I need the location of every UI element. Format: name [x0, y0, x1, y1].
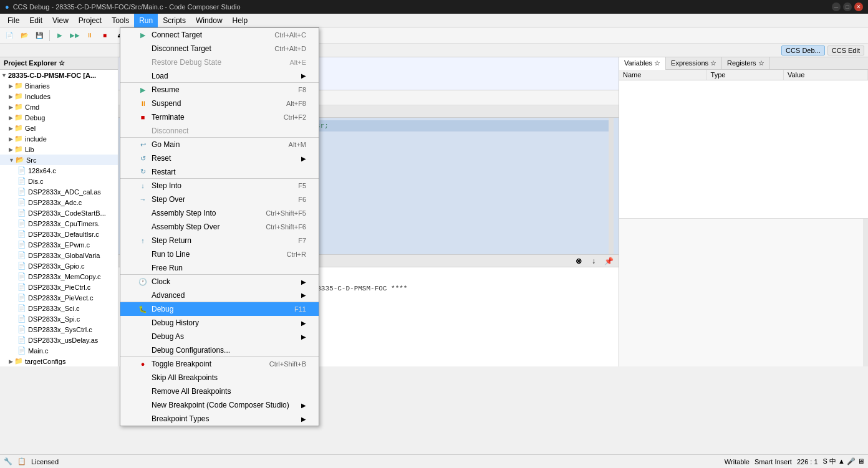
- tree-usdelay[interactable]: 📄 DSP2833x_usDelay.as: [0, 335, 118, 345]
- minimize-button[interactable]: ─: [832, 2, 841, 11]
- menu-asm-step-into[interactable]: Assembly Step Into Ctrl+Shift+F5: [120, 206, 319, 220]
- menu-debug-config[interactable]: Debug Configurations...: [120, 343, 319, 357]
- go-main-icon: ↩: [138, 140, 148, 150]
- menu-free-run[interactable]: Free Run: [120, 261, 319, 275]
- menu-advanced[interactable]: Advanced ▶: [120, 289, 319, 302]
- menu-help[interactable]: Help: [228, 14, 253, 27]
- tree-gpio[interactable]: 📄 DSP2833x_Gpio.c: [0, 260, 118, 271]
- menu-debug[interactable]: 🐛 Debug F11: [120, 302, 319, 316]
- menu-skip-breakpoints[interactable]: Skip All Breakpoints: [120, 371, 319, 384]
- tree-sci[interactable]: 📄 DSP2833x_Sci.c: [0, 303, 118, 313]
- tree-sysctrl[interactable]: 📄 DSP2833x_SysCtrl.c: [0, 324, 118, 335]
- file-gpio-icon: 📄: [17, 262, 26, 270]
- menu-asm-step-over[interactable]: Assembly Step Over Ctrl+Shift+F6: [120, 220, 319, 234]
- console-scroll-btn[interactable]: ↓: [587, 255, 600, 267]
- tree-gel[interactable]: ▶ 📁 Gel: [0, 123, 118, 133]
- bp-types-inner: Breakpoint Types: [138, 414, 210, 424]
- maximize-button[interactable]: □: [843, 2, 852, 11]
- tree-piectrl[interactable]: 📄 DSP2833x_PieCtrl.c: [0, 282, 118, 292]
- menu-tools[interactable]: Tools: [107, 14, 134, 27]
- tree-targetconfigs[interactable]: ▶ 📁 targetConfigs: [0, 356, 118, 366]
- tree-include-label: include: [25, 135, 47, 143]
- tree-pievect[interactable]: 📄 DSP2833x_PieVect.c: [0, 292, 118, 303]
- targetconfigs-icon: 📁: [14, 357, 23, 365]
- tree-includes[interactable]: ▶ 📁 Includes: [0, 91, 118, 102]
- menu-restart[interactable]: ↻ Restart: [120, 165, 319, 179]
- tree-cputimers[interactable]: 📄 DSP2833x_CpuTimers.: [0, 218, 118, 229]
- perspective-ccs-debug[interactable]: CCS Deb...: [781, 45, 825, 55]
- toolbar-resume[interactable]: ▶▶: [68, 29, 82, 42]
- menu-clock[interactable]: 🕐 Clock ▶: [120, 275, 319, 289]
- tree-src[interactable]: ▼ 📂 Src: [0, 155, 118, 165]
- tree-mainc[interactable]: 📄 Main.c: [0, 345, 118, 356]
- tree-adc[interactable]: 📄 DSP2833x_Adc.c: [0, 197, 118, 208]
- tab-variables[interactable]: Variables ☆: [619, 57, 666, 70]
- tree-debug[interactable]: ▶ 📁 Debug: [0, 112, 118, 123]
- resume-label: Resume: [152, 85, 180, 94]
- menu-run-to-line[interactable]: Run to Line Ctrl+R: [120, 247, 319, 261]
- menu-terminate[interactable]: ■ Terminate Ctrl+F2: [120, 110, 319, 124]
- tree-globalvaria[interactable]: 📄 DSP2833x_GlobalVaria: [0, 250, 118, 260]
- tree-root[interactable]: ▼ 28335-C-D-PMSM-FOC [A...: [0, 70, 118, 80]
- tree-codestart[interactable]: 📄 DSP2833x_CodeStartB...: [0, 208, 118, 218]
- menu-disconnect[interactable]: Disconnect: [120, 124, 319, 138]
- tree-src-label: Src: [26, 156, 37, 164]
- tree-binaries[interactable]: ▶ 📁 Binaries: [0, 80, 118, 91]
- restart-icon: ↻: [138, 167, 148, 177]
- tree-adc-cal[interactable]: 📄 DSP2833x_ADC_cal.as: [0, 186, 118, 197]
- menu-edit[interactable]: Edit: [24, 14, 47, 27]
- menu-new-breakpoint[interactable]: New Breakpoint (Code Composer Studio) ▶: [120, 398, 319, 412]
- menu-load[interactable]: Load ▶: [120, 69, 319, 83]
- menu-window[interactable]: Window: [191, 14, 228, 27]
- reset-icon: ↺: [138, 153, 148, 163]
- tab-expressions[interactable]: Expressions ☆: [666, 57, 722, 70]
- tree-128x64[interactable]: 📄 128x64.c: [0, 165, 118, 176]
- menu-remove-breakpoints[interactable]: Remove All Breakpoints: [120, 384, 319, 398]
- tree-spi[interactable]: 📄 DSP2833x_Spi.c: [0, 313, 118, 324]
- tree-cmd[interactable]: ▶ 📁 Cmd: [0, 102, 118, 112]
- tree-defaultisr[interactable]: 📄 DSP2833x_DefaultIsr.c: [0, 229, 118, 239]
- menu-step-return[interactable]: ↑ Step Return F7: [120, 234, 319, 247]
- menu-reset[interactable]: ↺ Reset ▶: [120, 151, 319, 165]
- bp-types-icon: [138, 414, 148, 424]
- tree-include[interactable]: ▶ 📁 include: [0, 133, 118, 144]
- close-button[interactable]: ✕: [854, 2, 863, 11]
- editor-scrollbar[interactable]: [609, 118, 614, 254]
- toolbar-debug[interactable]: ▶: [53, 29, 67, 42]
- menu-resume[interactable]: ▶ Resume F8: [120, 83, 319, 97]
- menu-disconnect-target[interactable]: Disconnect Target Ctrl+Alt+D: [120, 42, 319, 55]
- menu-scripts[interactable]: Scripts: [158, 14, 191, 27]
- menu-debug-history[interactable]: Debug History ▶: [120, 316, 319, 330]
- menu-toggle-breakpoint[interactable]: ● Toggle Breakpoint Ctrl+Shift+B: [120, 357, 319, 371]
- toolbar-open[interactable]: 📂: [17, 29, 31, 42]
- tree-memcopy[interactable]: 📄 DSP2833x_MemCopy.c: [0, 271, 118, 282]
- menu-file[interactable]: File: [2, 14, 24, 27]
- menu-go-main[interactable]: ↩ Go Main Alt+M: [120, 138, 319, 151]
- menu-project[interactable]: Project: [74, 14, 107, 27]
- menu-suspend[interactable]: ⏸ Suspend Alt+F8: [120, 97, 319, 110]
- menu-view[interactable]: View: [47, 14, 74, 27]
- menu-step-into[interactable]: ↓ Step Into F5: [120, 179, 319, 193]
- console-clear-btn[interactable]: ⊗: [572, 255, 585, 267]
- toolbar-terminate[interactable]: ■: [98, 29, 112, 42]
- debug-item-icon: 🐛: [138, 304, 148, 314]
- tree-dis[interactable]: 📄 Dis.c: [0, 176, 118, 186]
- toolbar-new[interactable]: 📄: [2, 29, 16, 42]
- menu-run[interactable]: Run: [134, 14, 158, 27]
- perspective-ccs-edit[interactable]: CCS Edit: [827, 45, 864, 55]
- menu-restore-debug[interactable]: Restore Debug State Alt+E: [120, 55, 319, 69]
- menu-debug-as[interactable]: Debug As ▶: [120, 330, 319, 343]
- debug-config-icon: [138, 345, 148, 355]
- menu-breakpoint-types[interactable]: Breakpoint Types ▶: [120, 412, 319, 426]
- toolbar-save[interactable]: 💾: [32, 29, 46, 42]
- right-panel-scrollbar[interactable]: [863, 219, 868, 367]
- asm-step-over-shortcut: Ctrl+Shift+F6: [266, 223, 306, 231]
- toolbar-suspend[interactable]: ⏸: [83, 29, 97, 42]
- tree-epwm[interactable]: 📄 DSP2833x_EPwm.c: [0, 239, 118, 250]
- tree-gel-label: Gel: [25, 125, 36, 132]
- console-pin-btn[interactable]: 📌: [602, 255, 615, 267]
- menu-connect-target[interactable]: ▶ Connect Target Ctrl+Alt+C: [120, 28, 319, 42]
- tab-registers[interactable]: Registers ☆: [722, 57, 770, 70]
- menu-step-over[interactable]: → Step Over F6: [120, 193, 319, 206]
- tree-lib[interactable]: ▶ 📁 Lib: [0, 144, 118, 155]
